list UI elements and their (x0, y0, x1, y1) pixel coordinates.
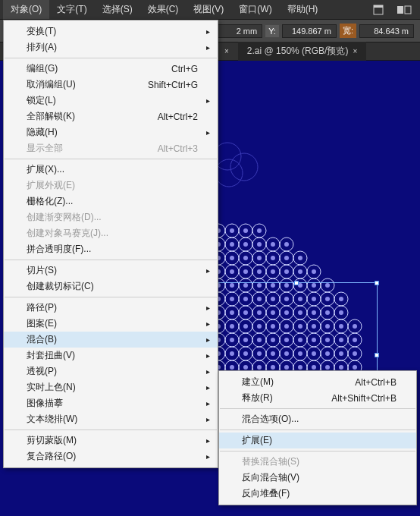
svg-point-164 (284, 269, 289, 274)
svg-point-192 (271, 242, 275, 247)
object-menu-item[interactable]: 拼合透明度(F)... (4, 241, 218, 257)
svg-point-188 (243, 242, 248, 247)
object-menu-item[interactable]: 透视(P) (4, 363, 218, 379)
menu-view[interactable]: 视图(V) (186, 0, 231, 19)
svg-rect-1 (374, 5, 383, 8)
object-menu-item[interactable]: 复合路径(O) (4, 448, 218, 464)
object-menu-item: 创建渐变网格(D)... (4, 209, 218, 225)
menu-separator (5, 429, 217, 430)
blend-submenu-item[interactable]: 混合选项(O)... (219, 411, 416, 427)
svg-point-162 (271, 269, 275, 274)
document-tab[interactable]: 2.ai @ 150% (RGB/预览) × (238, 42, 366, 61)
menu-item-label: 全部解锁(K) (27, 110, 75, 123)
menu-item-label: 混合(B) (27, 333, 57, 346)
menu-effect[interactable]: 效果(C) (140, 0, 186, 19)
object-menu-item[interactable]: 创建裁切标记(C) (4, 278, 218, 294)
object-menu-item[interactable]: 路径(P) (4, 300, 218, 316)
menu-item-label: 实时上色(N) (27, 381, 76, 394)
svg-point-172 (230, 256, 234, 260)
y-label: Y: (265, 25, 279, 37)
w-value[interactable]: 84.643 m (359, 24, 414, 38)
menu-item-label: 剪切蒙版(M) (27, 434, 77, 447)
menu-help[interactable]: 帮助(H) (280, 0, 326, 19)
object-menu-item[interactable]: 图像描摹 (4, 395, 218, 411)
object-menu-item[interactable]: 全部解锁(K)Alt+Ctrl+2 (4, 109, 218, 124)
menu-item-label: 拼合透明度(F)... (27, 243, 91, 256)
menu-item-label: 隐藏(H) (27, 126, 58, 139)
object-menu-item[interactable]: 排列(A) (4, 39, 218, 55)
object-menu-item[interactable]: 锁定(L) (4, 93, 218, 109)
menu-item-label: 栅格化(Z)... (27, 195, 73, 208)
blend-submenu: 建立(M)Alt+Ctrl+B释放(R)Alt+Shift+Ctrl+B混合选项… (218, 370, 417, 505)
selection-handle[interactable] (375, 353, 379, 357)
object-menu-item[interactable]: 文本绕排(W) (4, 411, 218, 427)
svg-point-202 (257, 228, 262, 233)
object-menu-item[interactable]: 取消编组(U)Shift+Ctrl+G (4, 77, 218, 93)
y-value[interactable]: 149.867 m (282, 24, 337, 38)
menu-item-label: 扩展(X)... (27, 163, 64, 176)
svg-point-200 (243, 228, 248, 233)
menu-type[interactable]: 文字(T) (49, 0, 94, 19)
selection-handle[interactable] (294, 281, 299, 285)
menu-select[interactable]: 选择(S) (95, 0, 140, 19)
selection-handle[interactable] (375, 281, 379, 285)
blend-submenu-item[interactable]: 反向堆叠(F) (219, 486, 416, 502)
object-menu-item[interactable]: 扩展(X)... (4, 162, 218, 178)
menu-item-label: 混合选项(O)... (242, 413, 299, 426)
menu-item-label: 封套扭曲(V) (27, 349, 75, 362)
menu-item-label: 反向混合轴(V) (242, 471, 299, 484)
blend-submenu-item[interactable]: 释放(R)Alt+Shift+Ctrl+B (219, 390, 416, 406)
blend-submenu-item[interactable]: 反向混合轴(V) (219, 470, 416, 486)
svg-rect-2 (397, 6, 403, 14)
menu-item-label: 创建渐变网格(D)... (27, 211, 102, 224)
menu-separator (220, 451, 415, 452)
object-menu-item: 创建对象马赛克(J)... (4, 225, 218, 241)
menu-separator (5, 58, 217, 58)
menu-window[interactable]: 窗口(W) (231, 0, 279, 19)
menu-object[interactable]: 对象(O) (3, 0, 49, 19)
menu-item-shortcut: Alt+Ctrl+B (355, 377, 396, 388)
svg-point-160 (257, 269, 262, 274)
menu-item-shortcut: Shift+Ctrl+G (148, 80, 198, 90)
svg-point-176 (257, 256, 262, 260)
menu-separator (5, 260, 217, 260)
svg-point-178 (271, 256, 275, 260)
menu-item-label: 释放(R) (242, 392, 273, 404)
svg-rect-3 (405, 6, 411, 14)
doc-icon[interactable] (370, 3, 387, 17)
menu-separator (220, 408, 415, 409)
svg-point-194 (284, 242, 289, 247)
object-menu-item[interactable]: 切片(S) (4, 263, 218, 278)
menu-item-label: 显示全部 (27, 142, 63, 155)
menu-item-shortcut: Alt+Ctrl+2 (158, 112, 198, 122)
menu-item-shortcut: Alt+Shift+Ctrl+B (331, 393, 396, 404)
object-menu-item[interactable]: 栅格化(Z)... (4, 194, 218, 209)
object-menu-item[interactable]: 封套扭曲(V) (4, 348, 218, 363)
object-menu-item[interactable]: 剪切蒙版(M) (4, 433, 218, 448)
object-menu-item[interactable]: 编组(G)Ctrl+G (4, 61, 218, 77)
menu-item-shortcut: Alt+Ctrl+3 (158, 143, 198, 154)
object-menu: 变换(T)排列(A)编组(G)Ctrl+G取消编组(U)Shift+Ctrl+G… (3, 20, 218, 468)
object-menu-item[interactable]: 变换(T) (4, 24, 218, 39)
svg-point-168 (312, 269, 316, 274)
menu-item-label: 扩展(E) (242, 434, 272, 447)
arrange-icon[interactable] (396, 3, 412, 17)
tab-close-icon[interactable]: × (353, 47, 357, 55)
object-menu-item[interactable]: 混合(B) (4, 332, 218, 348)
menubar: 对象(O) 文字(T) 选择(S) 效果(C) 视图(V) 窗口(W) 帮助(H… (0, 0, 420, 20)
menu-item-shortcut: Ctrl+G (171, 64, 198, 74)
menu-separator (5, 159, 217, 159)
menu-item-label: 反向堆叠(F) (242, 487, 290, 500)
blend-submenu-item[interactable]: 建立(M)Alt+Ctrl+B (219, 374, 416, 390)
prev-tab-close-icon[interactable]: × (224, 47, 229, 55)
blend-submenu-item[interactable]: 扩展(E) (219, 433, 416, 448)
object-menu-item[interactable]: 隐藏(H) (4, 124, 218, 140)
svg-point-198 (230, 228, 234, 233)
w-label: 宽: (340, 24, 356, 38)
svg-point-182 (298, 256, 302, 260)
object-menu-item[interactable]: 实时上色(N) (4, 379, 218, 395)
svg-point-156 (230, 269, 234, 274)
menu-item-label: 排列(A) (27, 41, 57, 54)
svg-point-180 (284, 256, 289, 260)
object-menu-item[interactable]: 图案(E) (4, 316, 218, 332)
